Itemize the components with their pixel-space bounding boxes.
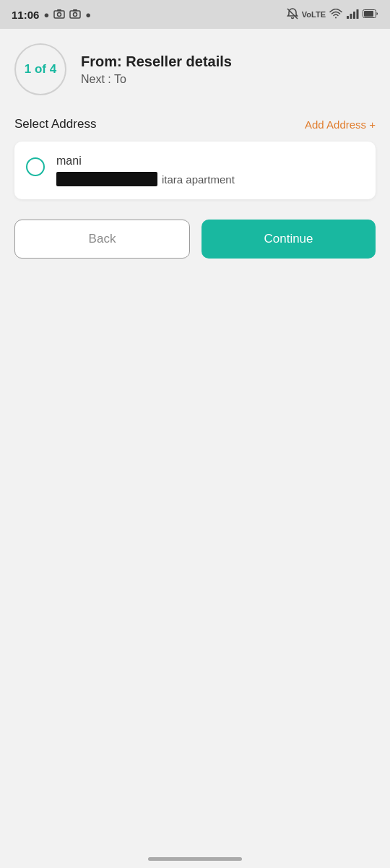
photo-icon (53, 9, 65, 21)
step-info: From: Reseller details Next : To (81, 53, 232, 86)
status-right: VoLTE (287, 8, 378, 22)
continue-button[interactable]: Continue (202, 220, 376, 259)
step-circle: 1 of 4 (14, 43, 66, 95)
address-suffix: itara apartment (162, 173, 235, 186)
address-redacted-block (56, 172, 157, 186)
svg-rect-2 (57, 9, 61, 12)
svg-point-1 (58, 12, 61, 16)
add-address-button[interactable]: Add Address + (305, 118, 376, 131)
address-radio[interactable] (26, 157, 45, 176)
status-left: 11:06 ● ● (12, 9, 91, 21)
sim-icon: ● (43, 9, 49, 20)
address-card: mani itara apartment (14, 142, 376, 199)
svg-rect-11 (357, 9, 359, 19)
status-bar: 11:06 ● ● VoLTE (0, 0, 390, 29)
step-circle-text: 1 of 4 (25, 62, 56, 77)
svg-rect-0 (54, 11, 64, 18)
main-content: 1 of 4 From: Reseller details Next : To … (0, 29, 390, 273)
status-time: 11:06 (12, 9, 39, 21)
dot-icon: ● (85, 9, 91, 20)
svg-rect-9 (350, 14, 352, 19)
svg-point-7 (335, 17, 337, 18)
svg-rect-3 (70, 11, 80, 18)
home-indicator (148, 857, 242, 861)
address-line: itara apartment (56, 172, 364, 186)
signal-icon (346, 9, 359, 21)
svg-rect-13 (364, 11, 373, 17)
bell-mute-icon (287, 8, 298, 22)
photo2-icon (69, 9, 81, 21)
wifi-icon (329, 9, 342, 21)
svg-rect-8 (347, 16, 349, 19)
svg-rect-5 (73, 9, 77, 12)
action-buttons: Back Continue (14, 220, 376, 259)
step-next-label: Next : To (81, 73, 232, 86)
battery-icon (363, 9, 378, 20)
volte-icon: VoLTE (302, 10, 326, 19)
address-details: mani itara apartment (56, 155, 364, 186)
step-header: 1 of 4 From: Reseller details Next : To (14, 43, 376, 95)
step-from-label: From: Reseller details (81, 53, 232, 70)
svg-point-4 (74, 12, 77, 16)
address-name: mani (56, 155, 364, 168)
section-header: Select Address Add Address + (14, 117, 376, 131)
back-button[interactable]: Back (14, 220, 190, 259)
section-title: Select Address (14, 117, 96, 131)
svg-rect-10 (353, 12, 355, 19)
